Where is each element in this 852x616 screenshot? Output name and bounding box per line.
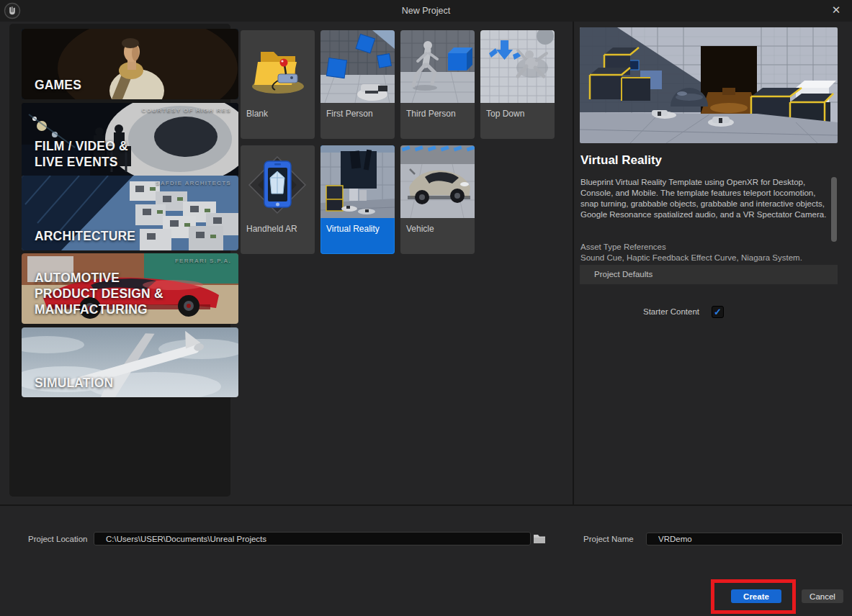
vehicle-thumbnail	[400, 145, 475, 218]
window-title: New Project	[0, 0, 852, 22]
template-preview-image	[580, 27, 838, 143]
template-card-blank[interactable]: Blank	[241, 30, 315, 139]
category-credit: COURTESY OF HIGH RES	[141, 107, 231, 114]
category-label: SIMULATION	[35, 375, 113, 391]
project-name-label: Project Name	[583, 535, 634, 543]
cancel-button[interactable]: Cancel	[802, 589, 843, 603]
browse-folder-icon[interactable]	[533, 533, 546, 545]
template-card-top-down[interactable]: Top Down	[480, 30, 555, 139]
category-label: FILM / VIDEO & LIVE EVENTS	[35, 138, 128, 170]
category-credit: FERRARI S.P.A.	[175, 258, 231, 264]
category-card-simulation[interactable]: SIMULATION	[22, 327, 238, 397]
template-label: Blank	[241, 103, 315, 119]
project-name-input[interactable]	[646, 533, 843, 545]
category-label: GAMES	[35, 77, 81, 93]
blank-thumbnail	[241, 30, 315, 103]
template-label: First Person	[320, 103, 395, 119]
category-card-film-video[interactable]: FILM / VIDEO & LIVE EVENTS COURTESY OF H…	[22, 103, 238, 176]
horizontal-divider	[0, 504, 852, 506]
starter-content-label: Starter Content	[643, 307, 699, 316]
template-label: Handheld AR	[241, 218, 315, 234]
template-detail-title: Virtual Reality	[580, 153, 662, 168]
category-card-architecture[interactable]: ARCHITECTURE SAFDIE ARCHITECTS	[22, 176, 238, 250]
template-label: Vehicle	[400, 218, 475, 234]
asset-type-references-label: Asset Type References	[580, 243, 666, 251]
category-label: ARCHITECTURE	[35, 228, 135, 244]
close-icon[interactable]: ✕	[826, 0, 846, 22]
create-button[interactable]: Create	[731, 589, 781, 603]
project-defaults-header: Project Defaults	[580, 265, 838, 284]
template-card-handheld-ar[interactable]: Handheld AR	[241, 145, 315, 254]
project-location-label: Project Location	[28, 535, 87, 543]
template-label: Top Down	[480, 103, 555, 119]
category-credit: SAFDIE ARCHITECTS	[156, 180, 231, 186]
third-person-thumbnail	[400, 30, 475, 103]
project-location-input[interactable]	[94, 532, 531, 545]
new-project-dialog: New Project ✕ GAMES	[0, 0, 852, 616]
template-card-virtual-reality[interactable]: Virtual Reality	[320, 145, 395, 254]
category-sidebar: GAMES FIL	[9, 24, 230, 497]
template-card-first-person[interactable]: First Person	[320, 30, 395, 139]
template-card-third-person[interactable]: Third Person	[400, 30, 475, 139]
description-scrollbar[interactable]	[831, 177, 837, 242]
template-card-vehicle[interactable]: Vehicle	[400, 145, 475, 254]
title-bar: New Project ✕	[0, 0, 852, 22]
template-label: Virtual Reality	[320, 218, 395, 234]
first-person-thumbnail	[320, 30, 395, 103]
category-card-games[interactable]: GAMES	[22, 29, 238, 99]
template-label: Third Person	[400, 103, 475, 119]
template-description: Blueprint Virtual Reality Template using…	[580, 177, 830, 220]
category-card-automotive[interactable]: AUTOMOTIVE PRODUCT DESIGN & MANUFACTURIN…	[22, 253, 238, 324]
asset-type-references-value: Sound Cue, Haptic Feedback Effect Curve,…	[580, 253, 802, 262]
category-label: AUTOMOTIVE PRODUCT DESIGN & MANUFACTURIN…	[35, 270, 163, 317]
virtual-reality-thumbnail	[320, 145, 395, 218]
vertical-divider	[573, 22, 574, 504]
handheld-ar-thumbnail	[241, 145, 315, 218]
top-down-thumbnail	[480, 30, 555, 103]
starter-content-checkbox[interactable]: ✓	[712, 306, 724, 318]
